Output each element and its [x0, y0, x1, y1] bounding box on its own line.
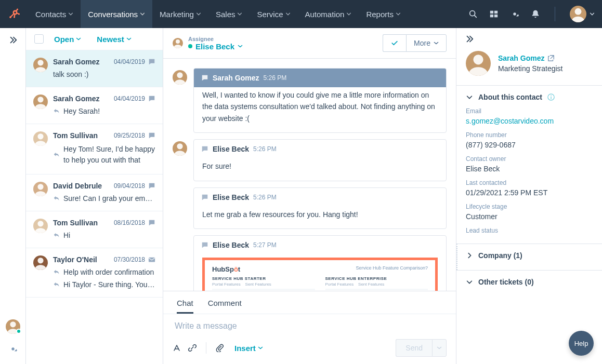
chat-channel-icon — [148, 182, 155, 190]
about-contact-toggle[interactable]: About this contact — [466, 93, 593, 101]
field-value-owner[interactable]: Elise Beck — [466, 165, 593, 173]
message-attachment[interactable]: HubSpötService Hub Feature Comparison? S… — [202, 258, 438, 291]
message-time: 5:26 PM — [253, 194, 277, 201]
info-icon[interactable] — [547, 93, 555, 101]
conversation-list: Open Newest Sarah Gomez 04/04/2019 talk … — [26, 28, 163, 364]
chat-channel-icon — [148, 95, 155, 102]
field-value-email[interactable]: s.gomez@costarvideo.com — [466, 117, 593, 125]
conversation-preview: talk soon :) — [53, 70, 88, 78]
status-online-icon — [188, 44, 192, 48]
conversation-item[interactable]: Tom Sullivan 09/25/2018 Hey Tom! Sure, I… — [26, 124, 163, 174]
thread-pane: Assignee Elise Beck More Sarah Gomez 5:2… — [163, 28, 456, 364]
conversation-date: 04/04/2019 — [114, 95, 145, 102]
message-body: Well, I wanted to know if you could give… — [194, 87, 446, 132]
message-avatar — [173, 141, 187, 156]
current-user-avatar[interactable] — [6, 319, 20, 334]
contact-name-link[interactable]: Sarah Gomez — [498, 54, 563, 62]
conversation-avatar — [33, 219, 48, 233]
message-sender: Elise Beck — [213, 145, 249, 153]
nav-marketing[interactable]: Marketing — [152, 0, 208, 28]
help-button[interactable]: Help — [569, 331, 594, 356]
settings-icon[interactable] — [510, 9, 519, 19]
conversation-preview: Sure! Can I grab your email? — [63, 194, 155, 203]
rail-settings-icon[interactable] — [8, 344, 18, 354]
hubspot-logo[interactable] — [7, 8, 20, 20]
attachment-icon[interactable] — [216, 344, 224, 352]
message-row: Elise Beck 5:26 PM Let me grab a few res… — [173, 187, 447, 229]
conversation-date: 04/04/2019 — [114, 58, 145, 65]
chat-icon — [201, 194, 208, 201]
send-options-button[interactable] — [432, 339, 447, 357]
contact-sidebar: Sarah Gomez Marketing Strategist About t… — [456, 28, 602, 364]
message-input[interactable]: Write a message — [163, 314, 456, 335]
conversation-name: Tom Sullivan — [53, 219, 114, 227]
contact-title: Marketing Strategist — [498, 64, 563, 73]
collapse-sidebar-icon[interactable] — [456, 28, 602, 50]
nav-service[interactable]: Service — [250, 0, 297, 28]
chat-icon — [201, 145, 208, 153]
message-time: 5:26 PM — [263, 74, 286, 82]
font-format-icon[interactable] — [173, 344, 181, 352]
nav-contacts[interactable]: Contacts — [28, 0, 81, 28]
other-tickets-toggle[interactable]: Other tickets (0) — [466, 278, 593, 286]
field-label-lead: Lead status — [466, 227, 593, 234]
conversation-date: 09/04/2018 — [114, 182, 145, 190]
tab-comment[interactable]: Comment — [208, 291, 242, 314]
conversation-preview: Help with order confirmation — [63, 268, 154, 276]
conversation-item[interactable]: Tom Sullivan 08/16/2018 Hi — [26, 211, 163, 248]
message-sender: Elise Beck — [213, 193, 249, 201]
nav-reports[interactable]: Reports — [359, 0, 408, 28]
conversation-name: Sarah Gomez — [53, 95, 114, 103]
insert-link-icon[interactable] — [188, 344, 197, 352]
select-all-checkbox[interactable] — [34, 34, 44, 44]
conversation-item[interactable]: Sarah Gomez 04/04/2019 talk soon :) — [26, 50, 163, 87]
company-toggle[interactable]: Company (1) — [466, 251, 593, 260]
field-label-email: Email — [466, 107, 593, 115]
message-sender: Elise Beck — [213, 241, 249, 249]
assignee-dropdown[interactable]: Elise Beck — [188, 42, 243, 51]
contact-avatar — [466, 51, 491, 76]
message-row: Elise Beck 5:26 PM For sure! — [173, 139, 447, 181]
account-menu[interactable] — [570, 6, 595, 22]
chat-icon — [201, 74, 208, 82]
conversation-name: David Debrule — [53, 182, 114, 190]
field-label-last: Last contacted — [466, 179, 593, 186]
notifications-icon[interactable] — [531, 9, 540, 19]
conversation-item[interactable]: Taylor O'Neil 07/30/2018 Help with order… — [26, 248, 163, 298]
send-button[interactable]: Send — [396, 339, 432, 357]
conversation-avatar — [33, 255, 48, 270]
message-body: Let me grab a few resources for you. Han… — [194, 207, 446, 228]
field-value-stage[interactable]: Customer — [466, 212, 593, 221]
field-value-last: 01/29/2021 2:59 PM EST — [466, 188, 593, 197]
chat-icon — [201, 241, 208, 249]
conversation-date: 08/16/2018 — [114, 219, 145, 226]
more-actions-button[interactable]: More — [406, 34, 447, 52]
field-label-owner: Contact owner — [466, 155, 593, 163]
chat-channel-icon — [148, 219, 155, 226]
field-value-phone[interactable]: (877) 929-0687 — [466, 141, 593, 149]
nav-divider — [555, 7, 555, 21]
marketplace-icon[interactable] — [489, 9, 499, 19]
external-link-icon — [547, 55, 555, 62]
nav-automation[interactable]: Automation — [298, 0, 359, 28]
top-nav: Contacts Conversations Marketing Sales S… — [0, 0, 602, 28]
message-body: For sure! — [194, 158, 446, 180]
nav-sales[interactable]: Sales — [208, 0, 250, 28]
mark-done-button[interactable] — [383, 34, 406, 52]
chat-channel-icon — [148, 132, 155, 139]
filter-newest[interactable]: Newest — [97, 35, 132, 44]
conversation-item[interactable]: Sarah Gomez 04/04/2019 Hey Sarah! — [26, 87, 163, 124]
search-icon[interactable] — [468, 9, 478, 19]
conversation-preview: Hey Sarah! — [63, 107, 100, 115]
chat-channel-icon — [148, 58, 155, 65]
filter-open[interactable]: Open — [54, 35, 81, 44]
tab-chat[interactable]: Chat — [177, 291, 193, 314]
nav-conversations[interactable]: Conversations — [81, 0, 152, 28]
caret-down-icon — [590, 11, 595, 17]
insert-dropdown[interactable]: Insert — [234, 344, 263, 353]
conversation-item[interactable]: David Debrule 09/04/2018 Sure! Can I gra… — [26, 174, 163, 211]
expand-rail-icon[interactable] — [8, 35, 18, 45]
conversation-name: Sarah Gomez — [53, 58, 114, 66]
conversation-preview: Hey Tom! Sure, I'd be happy to help you … — [63, 144, 155, 166]
account-avatar — [570, 6, 586, 22]
